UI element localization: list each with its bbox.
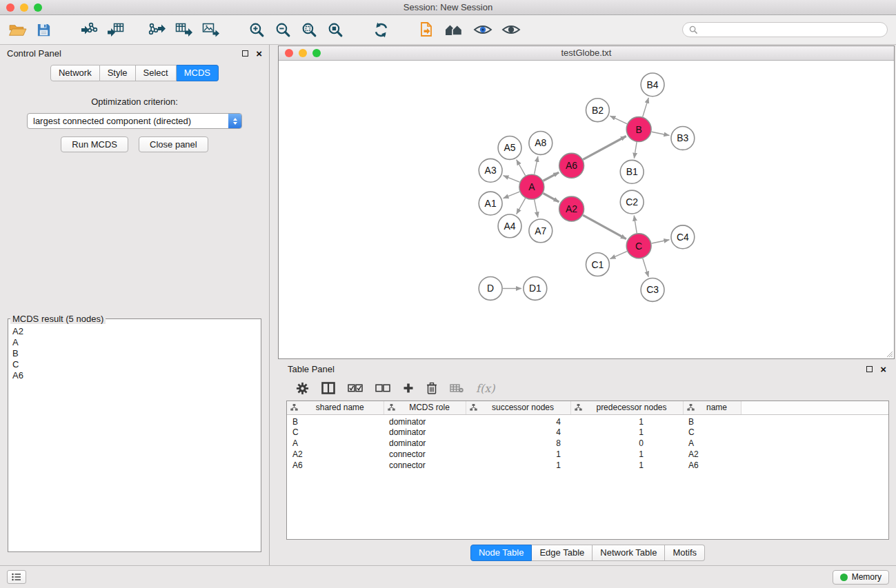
open-session-folder-icon[interactable] — [8, 22, 27, 38]
graph-node[interactable]: A8 — [529, 132, 552, 155]
run-mcds-button[interactable]: Run MCDS — [61, 136, 128, 152]
function-builder-icon[interactable]: f(x) — [476, 382, 495, 395]
close-window-button[interactable] — [6, 3, 14, 12]
tab-select[interactable]: Select — [136, 65, 177, 81]
graph-edge[interactable] — [643, 258, 648, 277]
tab-network[interactable]: Network — [50, 65, 100, 81]
graph-node[interactable]: B4 — [641, 73, 664, 97]
graph-node[interactable]: C2 — [620, 190, 644, 214]
hide-graphics-details-eye-icon[interactable] — [501, 23, 521, 37]
save-session-icon[interactable] — [36, 22, 52, 38]
search-input[interactable] — [701, 25, 881, 35]
table-settings-gear-icon[interactable] — [296, 382, 309, 395]
tab-node-table[interactable]: Node Table — [470, 545, 532, 561]
table-row[interactable]: A6connector11A6 — [287, 460, 888, 471]
graph-node[interactable]: B2 — [586, 99, 610, 122]
graph-edge[interactable] — [583, 215, 626, 239]
graph-node[interactable]: A5 — [498, 136, 521, 159]
apply-layout-refresh-icon[interactable] — [372, 21, 390, 39]
export-table-icon[interactable] — [175, 21, 193, 38]
graph-edge[interactable] — [517, 160, 526, 176]
list-item[interactable]: C — [12, 359, 257, 370]
column-header-successor-nodes[interactable]: successor nodes — [479, 403, 567, 412]
graph-node[interactable]: B1 — [620, 160, 644, 183]
graph-edge[interactable] — [583, 136, 626, 159]
graph-edge[interactable] — [610, 116, 627, 123]
graph-edge[interactable] — [543, 193, 559, 202]
graph-edge[interactable] — [504, 176, 520, 182]
close-panel-icon[interactable]: × — [256, 50, 262, 57]
graph-node[interactable]: A3 — [479, 159, 502, 182]
export-image-icon[interactable] — [202, 21, 220, 38]
task-history-button[interactable] — [7, 570, 26, 584]
table-row[interactable]: A2connector11A2 — [287, 449, 888, 460]
list-item[interactable]: B — [12, 348, 257, 359]
criterion-dropdown[interactable]: largest connected component (directed) — [27, 113, 242, 129]
graph-edge[interactable] — [634, 216, 637, 233]
graph-node[interactable]: A7 — [529, 219, 552, 243]
open-recent-file-icon[interactable] — [418, 21, 435, 38]
graph-node[interactable]: A4 — [498, 214, 521, 238]
graph-edge[interactable] — [652, 132, 670, 135]
zoom-window-button[interactable] — [34, 3, 42, 12]
float-panel-icon[interactable] — [242, 50, 248, 57]
zoom-selected-icon[interactable] — [327, 21, 344, 39]
graph-node[interactable]: C3 — [641, 278, 664, 302]
zoom-network-button[interactable] — [312, 49, 321, 57]
graph-node[interactable]: B3 — [671, 127, 695, 150]
graph-edge[interactable] — [652, 240, 670, 243]
graph-edge[interactable] — [535, 156, 538, 174]
zoom-fit-icon[interactable] — [301, 21, 318, 39]
zoom-out-icon[interactable] — [275, 21, 292, 39]
list-item[interactable]: A — [12, 337, 257, 348]
graph-edge[interactable] — [517, 199, 526, 214]
tab-network-table[interactable]: Network Table — [593, 545, 665, 561]
graph-node[interactable]: A — [519, 174, 544, 199]
column-header-name[interactable]: name — [697, 403, 737, 412]
tab-style[interactable]: Style — [100, 65, 136, 81]
tab-mcds[interactable]: MCDS — [177, 65, 219, 81]
graph-edge[interactable] — [544, 172, 559, 181]
memory-button[interactable]: Memory — [833, 570, 889, 585]
search-field[interactable] — [682, 22, 888, 37]
export-network-icon[interactable] — [148, 21, 166, 38]
graph-node[interactable]: C — [626, 234, 651, 258]
column-header-predecessor-nodes[interactable]: predecessor nodes — [584, 403, 679, 412]
minimize-window-button[interactable] — [20, 3, 28, 12]
graph-edge[interactable] — [643, 98, 648, 117]
zoom-in-icon[interactable] — [248, 21, 266, 39]
graph-node[interactable]: D — [479, 277, 502, 301]
graph-node[interactable]: C1 — [586, 253, 610, 276]
delete-columns-trash-icon[interactable] — [426, 382, 437, 394]
import-network-icon[interactable] — [80, 21, 98, 38]
show-graphics-details-eye-icon[interactable] — [473, 23, 492, 37]
close-panel-button[interactable]: Close panel — [139, 136, 208, 152]
graph-edge[interactable] — [535, 200, 538, 218]
minimize-network-button[interactable] — [299, 49, 307, 57]
column-header-shared-name[interactable]: shared name — [300, 403, 380, 412]
graph-edge[interactable] — [634, 142, 637, 158]
select-all-icon[interactable] — [348, 384, 363, 392]
show-columns-icon[interactable] — [321, 382, 335, 394]
graph-node[interactable]: A2 — [559, 196, 584, 221]
close-table-panel-icon[interactable]: × — [880, 365, 886, 373]
network-overview-houses-icon[interactable] — [444, 22, 464, 37]
float-table-panel-icon[interactable] — [866, 366, 873, 372]
add-column-plus-icon[interactable] — [403, 383, 414, 394]
network-canvas[interactable]: B4B2BB3A8A5A6B1A3AC2A1A2A4A7C4CC1C3DD1 — [279, 61, 894, 358]
list-item[interactable]: A6 — [12, 370, 257, 381]
list-item[interactable]: A2 — [12, 326, 257, 337]
table-row[interactable]: Bdominator41B — [287, 414, 888, 427]
graph-node[interactable]: B — [626, 117, 651, 142]
column-header-mcds-role[interactable]: MCDS role — [397, 403, 462, 412]
tab-edge-table[interactable]: Edge Table — [532, 545, 593, 561]
graph-node[interactable]: C4 — [671, 225, 695, 249]
table-row[interactable]: Adominator80A — [287, 438, 888, 449]
resize-grip-icon[interactable] — [885, 349, 893, 358]
graph-edge[interactable] — [504, 192, 520, 198]
graph-node[interactable]: A6 — [559, 153, 584, 178]
graph-node[interactable]: D1 — [524, 277, 547, 301]
graph-node[interactable]: A1 — [479, 192, 502, 215]
table-row[interactable]: Cdominator41C — [287, 427, 888, 438]
import-table-icon[interactable] — [107, 21, 125, 38]
